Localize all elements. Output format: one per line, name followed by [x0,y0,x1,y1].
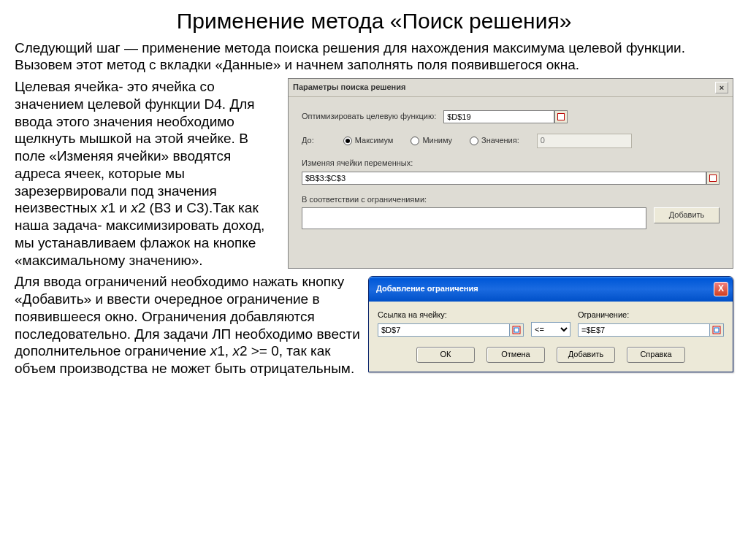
dialog-titlebar: Параметры поиска решения × [289,79,733,97]
add-button[interactable]: Добавить [557,347,615,363]
cell-ref-label: Ссылка на ячейку: [378,310,524,321]
operator-select[interactable]: <= [531,322,570,337]
changing-vars-label: Изменяя ячейки переменных: [302,158,413,167]
dialog-title: Добавление ограничения [376,284,478,294]
cell-ref-input[interactable] [378,323,509,337]
page-title: Применение метода «Поиск решения» [15,7,733,35]
add-constraint-dialog: Добавление ограничения X Ссылка на ячейк… [368,276,733,372]
solver-parameters-dialog: Параметры поиска решения × Оптимизироват… [288,78,733,269]
range-picker-icon[interactable] [706,172,720,185]
intro-paragraph: Следующий шаг — применение метода поиска… [15,39,733,74]
help-button[interactable]: Справка [627,347,685,363]
radio-icon [470,137,478,145]
paragraph-1: Целевая ячейка- это ячейка со значением … [15,78,280,269]
objective-input[interactable] [443,110,554,123]
radio-icon [411,137,419,145]
dialog-title: Параметры поиска решения [293,83,405,93]
radio-max[interactable]: Максимум [343,136,394,146]
close-icon[interactable]: X [714,282,728,296]
radio-icon [343,137,352,145]
add-constraint-button[interactable]: Добавить [654,207,720,223]
cancel-button[interactable]: Отмена [486,347,545,363]
radio-value[interactable]: Значения: [470,136,519,146]
to-label: До: [302,136,314,146]
paragraph-2: Для ввода ограничений необходимо нажать … [15,273,361,377]
value-of-input[interactable]: 0 [537,134,632,148]
constraint-label: Ограничение: [578,310,724,321]
range-picker-icon[interactable] [709,323,724,337]
range-picker-icon[interactable] [509,323,524,337]
close-icon[interactable]: × [715,82,728,93]
changing-vars-input[interactable] [302,172,706,185]
ok-button[interactable]: ОК [416,347,475,363]
range-picker-icon[interactable] [554,110,568,123]
objective-label: Оптимизировать целевую функцию: [302,112,436,122]
dialog-titlebar: Добавление ограничения X [369,277,733,302]
constraints-list[interactable] [302,207,646,229]
constraints-label: В соответствии с ограничениями: [302,195,427,204]
constraint-input[interactable] [578,323,709,337]
radio-min[interactable]: Миниму [411,136,452,146]
